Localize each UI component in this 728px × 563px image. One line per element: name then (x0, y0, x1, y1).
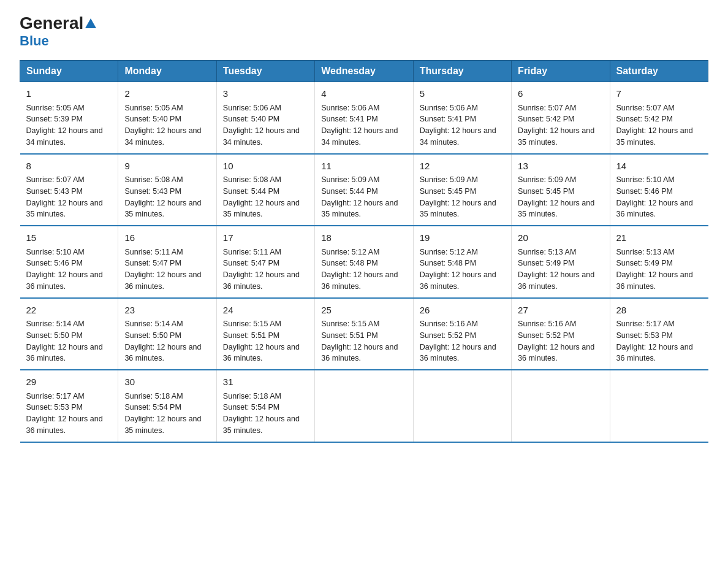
day-number: 2 (124, 87, 210, 101)
day-info: Sunrise: 5:06 AMSunset: 5:40 PMDaylight:… (223, 102, 308, 148)
calendar-cell: 16 Sunrise: 5:11 AMSunset: 5:47 PMDaylig… (118, 226, 216, 298)
day-number: 18 (321, 231, 406, 245)
day-info: Sunrise: 5:11 AMSunset: 5:47 PMDaylight:… (124, 247, 210, 293)
logo: General Blue (20, 15, 96, 49)
day-number: 21 (616, 231, 702, 245)
day-number: 27 (518, 304, 603, 318)
day-info: Sunrise: 5:09 AMSunset: 5:44 PMDaylight:… (321, 174, 406, 220)
day-info: Sunrise: 5:13 AMSunset: 5:49 PMDaylight:… (616, 247, 702, 293)
day-info: Sunrise: 5:05 AMSunset: 5:40 PMDaylight:… (124, 102, 210, 148)
day-info: Sunrise: 5:10 AMSunset: 5:46 PMDaylight:… (616, 174, 702, 220)
col-header-friday: Friday (512, 61, 610, 82)
day-info: Sunrise: 5:08 AMSunset: 5:43 PMDaylight:… (124, 174, 210, 220)
day-number: 25 (321, 304, 406, 318)
day-number: 8 (26, 159, 112, 174)
calendar-cell: 30 Sunrise: 5:18 AMSunset: 5:54 PMDaylig… (118, 370, 216, 442)
day-info: Sunrise: 5:13 AMSunset: 5:49 PMDaylight:… (518, 247, 603, 293)
day-info: Sunrise: 5:12 AMSunset: 5:48 PMDaylight:… (321, 247, 406, 293)
day-number: 26 (420, 304, 505, 318)
calendar-cell: 31 Sunrise: 5:18 AMSunset: 5:54 PMDaylig… (216, 370, 314, 442)
day-number: 3 (223, 87, 308, 101)
calendar-cell: 5 Sunrise: 5:06 AMSunset: 5:41 PMDayligh… (413, 82, 511, 154)
calendar-cell: 7 Sunrise: 5:07 AMSunset: 5:42 PMDayligh… (610, 82, 708, 154)
calendar-cell (610, 370, 708, 442)
calendar-cell: 6 Sunrise: 5:07 AMSunset: 5:42 PMDayligh… (512, 82, 610, 154)
day-number: 31 (223, 375, 308, 389)
day-info: Sunrise: 5:06 AMSunset: 5:41 PMDaylight:… (420, 102, 505, 148)
day-number: 22 (26, 304, 112, 318)
day-number: 30 (124, 375, 210, 389)
day-info: Sunrise: 5:10 AMSunset: 5:46 PMDaylight:… (26, 247, 112, 293)
calendar-cell: 19 Sunrise: 5:12 AMSunset: 5:48 PMDaylig… (413, 226, 511, 298)
day-info: Sunrise: 5:14 AMSunset: 5:50 PMDaylight:… (124, 318, 210, 364)
day-number: 16 (124, 231, 210, 245)
day-number: 20 (518, 231, 603, 245)
day-number: 1 (26, 87, 112, 101)
calendar-table: SundayMondayTuesdayWednesdayThursdayFrid… (20, 60, 708, 443)
day-number: 19 (420, 231, 505, 245)
calendar-cell: 29 Sunrise: 5:17 AMSunset: 5:53 PMDaylig… (20, 370, 118, 442)
day-info: Sunrise: 5:17 AMSunset: 5:53 PMDaylight:… (616, 318, 702, 364)
col-header-sunday: Sunday (20, 61, 118, 82)
calendar-cell (413, 370, 511, 442)
col-header-wednesday: Wednesday (315, 61, 413, 82)
day-info: Sunrise: 5:16 AMSunset: 5:52 PMDaylight:… (420, 318, 505, 364)
day-number: 17 (223, 231, 308, 245)
col-header-saturday: Saturday (610, 61, 708, 82)
day-info: Sunrise: 5:14 AMSunset: 5:50 PMDaylight:… (26, 318, 112, 364)
calendar-cell: 25 Sunrise: 5:15 AMSunset: 5:51 PMDaylig… (315, 298, 413, 370)
day-info: Sunrise: 5:15 AMSunset: 5:51 PMDaylight:… (223, 318, 308, 364)
calendar-cell: 12 Sunrise: 5:09 AMSunset: 5:45 PMDaylig… (413, 154, 511, 226)
day-info: Sunrise: 5:12 AMSunset: 5:48 PMDaylight:… (420, 247, 505, 293)
day-info: Sunrise: 5:06 AMSunset: 5:41 PMDaylight:… (321, 102, 406, 148)
calendar-cell: 28 Sunrise: 5:17 AMSunset: 5:53 PMDaylig… (610, 298, 708, 370)
day-info: Sunrise: 5:05 AMSunset: 5:39 PMDaylight:… (26, 102, 112, 148)
day-number: 13 (518, 159, 603, 174)
calendar-cell: 20 Sunrise: 5:13 AMSunset: 5:49 PMDaylig… (512, 226, 610, 298)
day-info: Sunrise: 5:11 AMSunset: 5:47 PMDaylight:… (223, 247, 308, 293)
day-number: 9 (124, 159, 210, 174)
col-header-tuesday: Tuesday (216, 61, 314, 82)
week-row-4: 22 Sunrise: 5:14 AMSunset: 5:50 PMDaylig… (20, 298, 708, 370)
day-number: 11 (321, 159, 406, 174)
day-info: Sunrise: 5:09 AMSunset: 5:45 PMDaylight:… (420, 174, 505, 220)
day-info: Sunrise: 5:15 AMSunset: 5:51 PMDaylight:… (321, 318, 406, 364)
day-info: Sunrise: 5:07 AMSunset: 5:42 PMDaylight:… (616, 102, 702, 148)
calendar-cell: 13 Sunrise: 5:09 AMSunset: 5:45 PMDaylig… (512, 154, 610, 226)
calendar-cell: 23 Sunrise: 5:14 AMSunset: 5:50 PMDaylig… (118, 298, 216, 370)
page-header: General Blue (20, 15, 708, 49)
day-number: 28 (616, 304, 702, 318)
calendar-cell: 14 Sunrise: 5:10 AMSunset: 5:46 PMDaylig… (610, 154, 708, 226)
calendar-cell: 2 Sunrise: 5:05 AMSunset: 5:40 PMDayligh… (118, 82, 216, 154)
day-number: 6 (518, 87, 603, 101)
day-number: 10 (223, 159, 308, 174)
week-row-3: 15 Sunrise: 5:10 AMSunset: 5:46 PMDaylig… (20, 226, 708, 298)
logo-blue-text: Blue (20, 33, 49, 49)
day-number: 12 (420, 159, 505, 174)
calendar-cell (512, 370, 610, 442)
calendar-cell: 21 Sunrise: 5:13 AMSunset: 5:49 PMDaylig… (610, 226, 708, 298)
day-number: 24 (223, 304, 308, 318)
col-header-thursday: Thursday (413, 61, 511, 82)
day-info: Sunrise: 5:07 AMSunset: 5:42 PMDaylight:… (518, 102, 603, 148)
day-number: 5 (420, 87, 505, 101)
day-info: Sunrise: 5:16 AMSunset: 5:52 PMDaylight:… (518, 318, 603, 364)
calendar-cell: 17 Sunrise: 5:11 AMSunset: 5:47 PMDaylig… (216, 226, 314, 298)
day-info: Sunrise: 5:18 AMSunset: 5:54 PMDaylight:… (124, 391, 210, 437)
calendar-cell: 8 Sunrise: 5:07 AMSunset: 5:43 PMDayligh… (20, 154, 118, 226)
day-number: 23 (124, 304, 210, 318)
calendar-cell: 11 Sunrise: 5:09 AMSunset: 5:44 PMDaylig… (315, 154, 413, 226)
calendar-cell: 26 Sunrise: 5:16 AMSunset: 5:52 PMDaylig… (413, 298, 511, 370)
calendar-cell: 9 Sunrise: 5:08 AMSunset: 5:43 PMDayligh… (118, 154, 216, 226)
calendar-cell: 3 Sunrise: 5:06 AMSunset: 5:40 PMDayligh… (216, 82, 314, 154)
day-number: 4 (321, 87, 406, 101)
calendar-cell: 15 Sunrise: 5:10 AMSunset: 5:46 PMDaylig… (20, 226, 118, 298)
day-info: Sunrise: 5:09 AMSunset: 5:45 PMDaylight:… (518, 174, 603, 220)
day-info: Sunrise: 5:07 AMSunset: 5:43 PMDaylight:… (26, 174, 112, 220)
day-info: Sunrise: 5:18 AMSunset: 5:54 PMDaylight:… (223, 391, 308, 437)
calendar-cell: 10 Sunrise: 5:08 AMSunset: 5:44 PMDaylig… (216, 154, 314, 226)
calendar-header-row: SundayMondayTuesdayWednesdayThursdayFrid… (20, 61, 708, 82)
col-header-monday: Monday (118, 61, 216, 82)
calendar-cell: 4 Sunrise: 5:06 AMSunset: 5:41 PMDayligh… (315, 82, 413, 154)
calendar-cell: 18 Sunrise: 5:12 AMSunset: 5:48 PMDaylig… (315, 226, 413, 298)
